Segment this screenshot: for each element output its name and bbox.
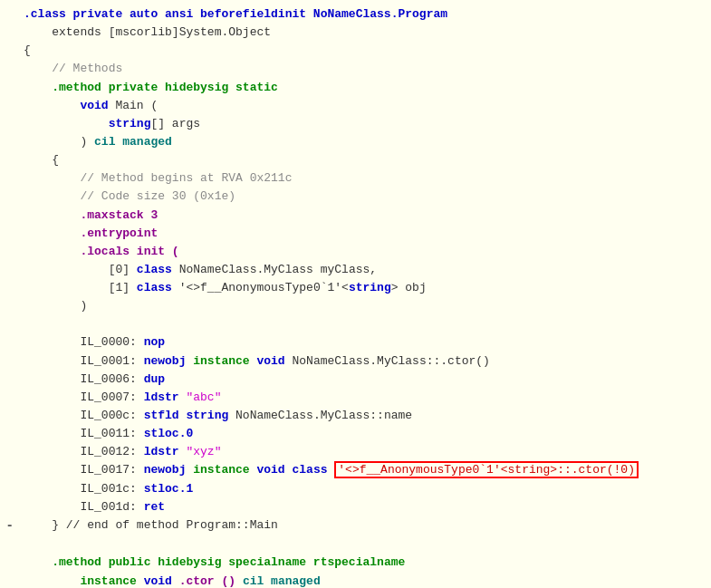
code-line: .class private auto ansi beforefieldinit… — [0, 5, 711, 24]
code-token: stloc.1 — [144, 482, 194, 496]
code-line: extends [mscorlib]System.Object — [0, 24, 711, 42]
code-token: NoNameClass.MyClass myClass, — [179, 263, 377, 276]
code-line: .entrypoint — [0, 225, 711, 243]
code-line: .maxstack 3 — [0, 207, 711, 225]
code-line: - } // end of method Program::Main — [0, 516, 711, 536]
line-content: void Main ( — [16, 97, 711, 115]
code-line: IL_000c: stfld string NoNameClass.MyClas… — [0, 407, 711, 425]
code-token: // Code size 30 (0x1e) — [80, 189, 235, 203]
code-token: .locals init ( — [80, 245, 178, 258]
code-line: void Main ( — [0, 97, 711, 115]
code-token: [mscorlib]System.Object — [109, 25, 271, 39]
code-line: [1] class '<>f__AnonymousType0`1'<string… — [0, 279, 711, 297]
line-content: .entrypoint — [16, 225, 711, 243]
code-line: .method public hidebysig specialname rts… — [0, 554, 711, 572]
line-content: extends [mscorlib]System.Object — [16, 24, 711, 42]
line-content: IL_0007: ldstr "abc" — [16, 389, 711, 407]
line-content: // Methods — [16, 60, 711, 78]
code-line: // Methods — [0, 60, 711, 78]
line-content: IL_0017: newobj instance void class '<>f… — [16, 461, 711, 479]
code-token: extends — [52, 25, 108, 39]
code-line: IL_0017: newobj instance void class '<>f… — [0, 461, 711, 479]
code-token: [] args — [150, 117, 200, 130]
code-token: void — [144, 574, 179, 588]
line-content: .method public hidebysig specialname rts… — [16, 554, 711, 572]
code-token: IL_0006: — [80, 372, 143, 386]
code-token: .method public hidebysig specialname rts… — [52, 555, 405, 569]
code-token: IL_0012: — [80, 445, 143, 458]
code-line: IL_0012: ldstr "xyz" — [0, 443, 711, 461]
code-token: ) — [80, 299, 87, 313]
code-token: ) — [80, 135, 94, 149]
code-token: stloc.0 — [144, 427, 194, 440]
code-token: instance — [193, 463, 256, 477]
line-content: } // end of method Program::Main — [16, 516, 711, 535]
code-token: { — [24, 43, 31, 57]
line-content: IL_0011: stloc.0 — [16, 425, 711, 443]
code-token: > obj — [391, 281, 427, 294]
code-line: instance void .ctor () cil managed — [0, 573, 711, 588]
code-token: class — [292, 463, 334, 477]
code-token: ldstr — [144, 390, 187, 404]
code-token: IL_000c: — [80, 409, 143, 422]
code-token: ldstr — [144, 445, 187, 458]
code-token: Main ( — [115, 99, 158, 112]
code-token: IL_0000: — [80, 335, 143, 349]
code-line: // Code size 30 (0x1e) — [0, 188, 711, 206]
line-content: IL_0006: dup — [16, 371, 711, 389]
code-line — [0, 535, 711, 554]
code-token: class — [137, 281, 179, 294]
code-token: instance — [80, 574, 143, 588]
code-token: cil managed — [243, 574, 321, 588]
code-line: IL_0011: stloc.0 — [0, 425, 711, 443]
line-content: .maxstack 3 — [16, 207, 711, 225]
code-line: IL_001c: stloc.1 — [0, 480, 711, 498]
code-token: // Method begins at RVA 0x211c — [80, 171, 292, 185]
code-token: .method private hidebysig static — [52, 81, 278, 94]
code-token: string — [349, 281, 391, 294]
line-content: IL_0000: nop — [16, 333, 711, 352]
line-content: [1] class '<>f__AnonymousType0`1'<string… — [16, 279, 711, 297]
code-token: [1] — [109, 281, 137, 294]
line-content: IL_001d: ret — [16, 498, 711, 516]
code-line: string[] args — [0, 115, 711, 133]
line-content: IL_0001: newobj instance void NoNameClas… — [16, 352, 711, 371]
code-token: ret — [144, 500, 165, 514]
code-line: IL_0000: nop — [0, 333, 711, 352]
code-line: ) — [0, 297, 711, 315]
line-content: IL_001c: stloc.1 — [16, 480, 711, 498]
code-token: .entrypoint — [80, 227, 158, 240]
code-line: [0] class NoNameClass.MyClass myClass, — [0, 261, 711, 279]
line-content: .locals init ( — [16, 243, 711, 261]
code-token: } // end of method Program::Main — [52, 518, 278, 532]
code-token: void — [256, 463, 292, 477]
code-token: newobj — [144, 463, 194, 477]
line-content: [0] class NoNameClass.MyClass myClass, — [16, 261, 711, 279]
line-content: // Code size 30 (0x1e) — [16, 188, 711, 206]
code-token: NoNameClass.MyClass::.ctor() — [292, 354, 489, 368]
code-token: instance — [193, 354, 256, 368]
line-content: IL_0012: ldstr "xyz" — [16, 443, 711, 461]
code-token: void — [80, 99, 115, 112]
code-token: newobj — [144, 354, 194, 368]
code-token: .ctor () — [179, 574, 243, 588]
code-line: { — [0, 42, 711, 60]
code-token: IL_001d: — [80, 500, 143, 514]
code-token: nop — [144, 335, 165, 349]
code-token: IL_0011: — [80, 427, 143, 440]
code-token: IL_001c: — [80, 482, 143, 496]
code-token: '<>f__AnonymousType0`1'< — [179, 281, 349, 294]
code-token: .maxstack 3 — [80, 208, 158, 222]
line-gutter: - — [0, 516, 16, 536]
code-line: IL_0006: dup — [0, 371, 711, 389]
highlighted-text: '<>f__AnonymousType0`1'<string>::.ctor(!… — [334, 461, 639, 478]
code-token: [0] — [109, 263, 137, 276]
line-content: instance void .ctor () cil managed — [16, 573, 711, 588]
line-content: ) cil managed — [16, 133, 711, 151]
line-content: { — [16, 151, 711, 169]
code-token: IL_0007: — [80, 390, 143, 404]
code-token: cil managed — [94, 135, 172, 149]
code-token: "abc" — [186, 390, 221, 404]
code-line: ) cil managed — [0, 133, 711, 151]
line-content: ) — [16, 297, 711, 315]
